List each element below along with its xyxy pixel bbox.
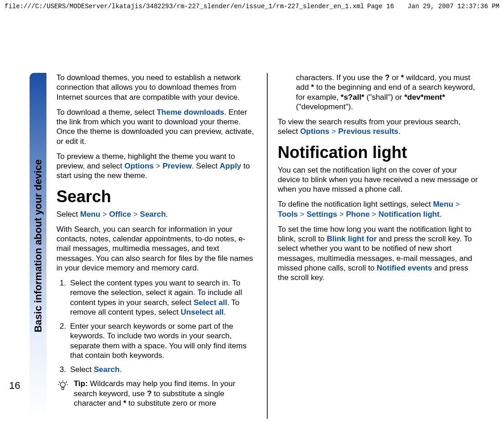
paragraph: To download themes, you need to establis… [56, 73, 257, 102]
tip-icon [56, 379, 69, 408]
menu-path-link: Unselect all [181, 308, 224, 316]
steps-list: Select the content types you want to sea… [56, 278, 257, 374]
sidebar: Basic information about your device 16 [30, 73, 46, 419]
text: ("development"). [296, 102, 353, 111]
menu-path-link: Options [124, 162, 153, 170]
paragraph: To download a theme, select Theme downlo… [56, 107, 257, 146]
menu-path-link: Notified events [377, 264, 432, 272]
page-body: Basic information about your device 16 T… [30, 73, 478, 419]
text: . [398, 127, 401, 136]
svg-line-3 [59, 382, 60, 383]
menu-path-link: Notification light [378, 210, 439, 219]
menu-path-link: Search [140, 210, 166, 219]
page-indicator: Page 16 [367, 3, 394, 11]
menu-path-link: Office [109, 210, 131, 219]
list-item: Select the content types you want to sea… [68, 278, 257, 317]
text: To define the notification light setting… [278, 200, 433, 209]
svg-point-0 [61, 382, 66, 387]
paragraph: To view the search results from your pre… [278, 117, 478, 137]
menu-path-link: Previous results [338, 127, 398, 136]
menu-path-link: Phone [346, 210, 370, 219]
breadcrumb-separator: > [329, 127, 338, 136]
paragraph: To define the notification light setting… [278, 199, 478, 219]
section-title: Basic information about your device [32, 159, 44, 332]
page-number: 16 [9, 380, 20, 392]
paragraph: To set the time how long you want the no… [278, 224, 478, 283]
text: . [224, 308, 226, 316]
menu-path-link: Options [300, 127, 329, 136]
menu-path-link: Menu [80, 210, 100, 219]
tip-text: Tip: Wildcards may help you find items. … [74, 379, 257, 408]
menu-path-link: Search [94, 365, 120, 374]
breadcrumb-separator: > [298, 210, 306, 219]
file-path: file:///C:/USERS/MODEServer/lkatajis/348… [5, 3, 364, 11]
text: . [120, 365, 122, 374]
heading-notification-light: Notification light [278, 142, 478, 163]
menu-path-link: Tools [278, 210, 298, 219]
content-columns: To download themes, you need to establis… [46, 73, 478, 419]
column-left: To download themes, you need to establis… [56, 73, 257, 419]
wildcard-char: ? [385, 73, 390, 82]
print-header: file:///C:/USERS/MODEServer/lkatajis/348… [0, 0, 504, 14]
menu-path-link: Theme downloads [157, 108, 224, 117]
list-item: Select Search. [68, 365, 257, 374]
menu-path-link: Preview [163, 162, 192, 170]
column-divider [267, 73, 268, 419]
heading-search: Search [56, 186, 257, 207]
breadcrumb-separator: > [453, 200, 460, 209]
menu-path-link: Apply [220, 162, 241, 170]
text: Select [70, 365, 94, 374]
print-datetime: Jan 29, 2007 12:37:36 PM [407, 3, 499, 11]
paragraph: You can set the notification light on th… [278, 165, 478, 194]
breadcrumb-separator: > [100, 210, 109, 219]
text: ("shall") or [364, 93, 404, 102]
menu-path-link: Settings [306, 210, 337, 219]
tip-block: Tip: Wildcards may help you find items. … [56, 379, 257, 408]
example-text: *s?all* [341, 93, 364, 102]
breadcrumb-separator: > [131, 210, 140, 219]
menu-path-link: Blink light for [327, 234, 377, 243]
text: . Select [192, 162, 219, 170]
paragraph: Select Menu > Office > Search. [56, 209, 257, 219]
breadcrumb-separator: > [370, 210, 378, 219]
text: characters. If you use the [296, 73, 385, 82]
wildcard-char: * [311, 83, 314, 92]
text: To download a theme, select [56, 108, 157, 117]
menu-path-link: Select all [193, 298, 227, 307]
text: . [439, 210, 442, 219]
breadcrumb-separator: > [337, 210, 346, 219]
text: to substitute zero or more [126, 399, 216, 408]
text: . [166, 210, 168, 219]
wildcard-char: ? [147, 389, 152, 398]
tip-continuation: characters. If you use the ? or * wildca… [278, 73, 478, 112]
svg-rect-1 [62, 387, 64, 390]
paragraph: To preview a theme, highlight the theme … [56, 152, 257, 181]
svg-line-4 [66, 382, 67, 383]
text: or [390, 73, 401, 82]
menu-path-link: Menu [433, 200, 453, 209]
breadcrumb-separator: > [154, 162, 163, 170]
tip-label: Tip: [74, 379, 90, 388]
column-right: characters. If you use the ? or * wildca… [278, 73, 478, 419]
header-right: Page 16 Jan 29, 2007 12:37:36 PM [367, 3, 499, 11]
example-text: *dev*ment* [404, 93, 445, 102]
list-item: Enter your search keywords or some part … [68, 321, 257, 360]
text: Select [56, 210, 80, 219]
paragraph: With Search, you can search for informat… [56, 224, 257, 273]
